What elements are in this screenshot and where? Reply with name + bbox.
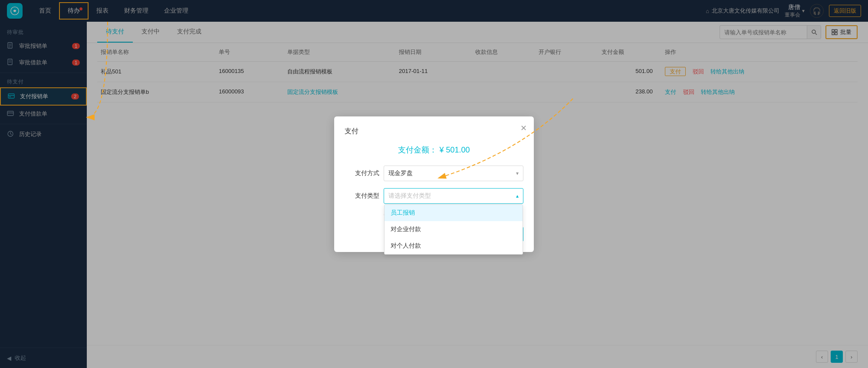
dropdown-item-employee[interactable]: 员工报销 [385,205,523,221]
modal-overlay: 支付 ✕ 支付金额： ¥ 501.00 支付方式 现金罗盘 ▾ 支付类型 请选择… [0,0,868,368]
modal-amount: 支付金额： ¥ 501.00 [345,145,523,155]
payment-method-row: 支付方式 现金罗盘 ▾ [345,166,523,181]
type-chevron-icon: ▴ [516,193,519,199]
modal-title: 支付 [345,127,523,136]
payment-type-label: 支付类型 [345,192,379,200]
payment-method-select[interactable]: 现金罗盘 ▾ [384,166,523,181]
modal-close-btn[interactable]: ✕ [520,123,527,133]
payment-type-row: 支付类型 请选择支付类型 ▴ 员工报销 对企业付款 对个人付款 [345,188,523,204]
dropdown-item-enterprise[interactable]: 对企业付款 [385,221,523,238]
payment-type-dropdown: 员工报销 对企业付款 对个人付款 [384,204,523,255]
dropdown-item-personal[interactable]: 对个人付款 [385,238,523,254]
payment-method-label: 支付方式 [345,169,379,177]
payment-type-select[interactable]: 请选择支付类型 ▴ 员工报销 对企业付款 对个人付款 [384,188,523,204]
payment-modal: 支付 ✕ 支付金额： ¥ 501.00 支付方式 现金罗盘 ▾ 支付类型 请选择… [334,116,534,252]
method-chevron-icon: ▾ [516,170,519,176]
